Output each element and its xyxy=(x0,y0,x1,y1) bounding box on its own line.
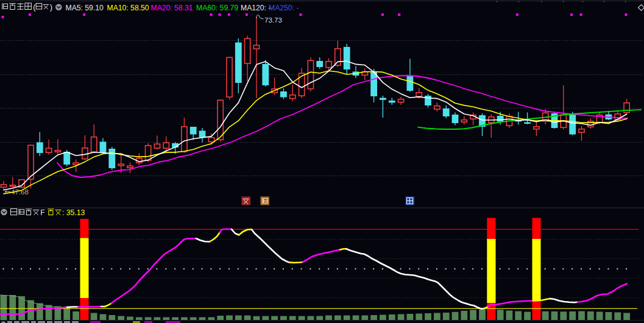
svg-text:MA120: -: MA120: - xyxy=(241,4,271,12)
svg-text:47.68: 47.68 xyxy=(11,188,29,196)
svg-text:MA20: 58.31: MA20: 58.31 xyxy=(151,4,193,12)
svg-text:MA60: 59.79: MA60: 59.79 xyxy=(196,4,238,12)
svg-text:MA250: -: MA250: - xyxy=(269,4,299,12)
svg-text:(: ( xyxy=(33,2,36,12)
svg-text:MA10: 58.50: MA10: 58.50 xyxy=(107,4,149,12)
svg-text:MA5: 59.10: MA5: 59.10 xyxy=(66,4,104,12)
svg-text:): ) xyxy=(50,2,52,12)
svg-text:73.73: 73.73 xyxy=(264,16,282,24)
svg-text:: 35.13: : 35.13 xyxy=(62,208,85,217)
svg-text:F: F xyxy=(40,208,44,217)
